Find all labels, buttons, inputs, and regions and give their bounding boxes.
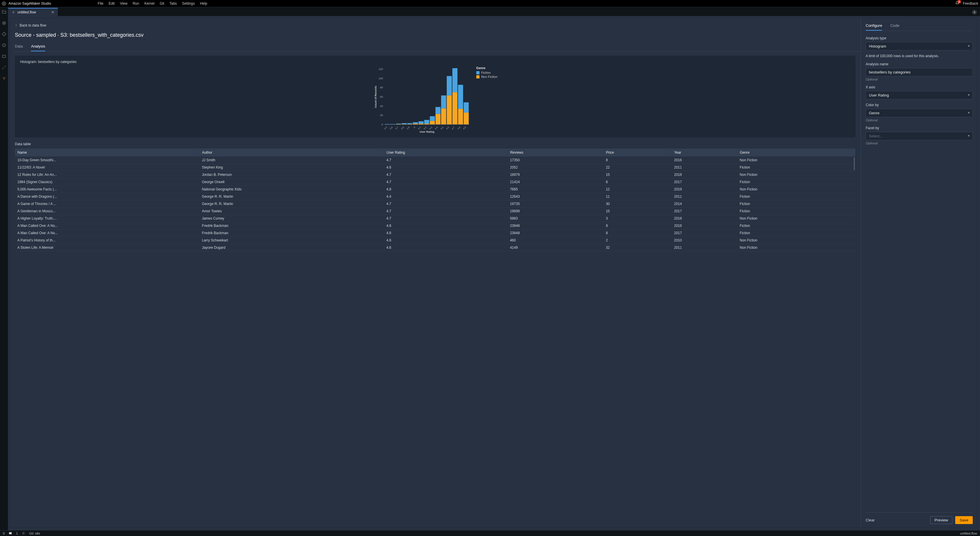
svg-rect-51: [441, 95, 446, 108]
jumpstart-icon[interactable]: [2, 65, 6, 70]
table-row[interactable]: 12 Rules for Life: An An...Jordan B. Pet…: [15, 171, 856, 178]
svg-text:3.8: 3.8: [401, 126, 405, 130]
svg-text:4.9: 4.9: [462, 126, 467, 130]
svg-rect-62: [463, 113, 468, 124]
color-by-label: Color by: [865, 103, 973, 107]
menu-git[interactable]: Git: [160, 2, 164, 6]
menu-help[interactable]: Help: [200, 2, 207, 6]
color-by-hint: Optional: [865, 118, 973, 122]
data-table-label: Data table: [15, 142, 861, 146]
back-link[interactable]: Back to data flow: [15, 23, 861, 27]
svg-rect-68: [9, 532, 12, 534]
column-header[interactable]: Genre: [737, 149, 855, 157]
svg-point-69: [23, 533, 24, 534]
column-header[interactable]: User Rating: [384, 149, 508, 157]
status-filename: untitled.flow: [960, 532, 977, 535]
settings-status-icon[interactable]: [22, 532, 25, 535]
column-header[interactable]: Year: [672, 149, 737, 157]
feedback-link[interactable]: Feedback: [963, 2, 978, 6]
tabs-icon[interactable]: [2, 54, 6, 59]
table-scrollbar[interactable]: [854, 157, 855, 170]
svg-rect-33: [407, 123, 412, 124]
file-tab-name: untitled.flow: [18, 10, 36, 14]
svg-text:3.6: 3.6: [389, 126, 393, 130]
facet-by-select[interactable]: Select...: [865, 132, 973, 140]
svg-rect-48: [436, 107, 441, 114]
notifications-button[interactable]: 4: [955, 1, 959, 6]
table-row[interactable]: A Stolen Life: A MemoirJaycee Dugard4.64…: [15, 244, 856, 251]
svg-rect-30: [402, 123, 407, 124]
svg-text:4.8: 4.8: [457, 126, 461, 130]
menu-kernel[interactable]: Kernel: [145, 2, 154, 6]
tab-data[interactable]: Data: [15, 44, 23, 51]
menu-edit[interactable]: Edit: [108, 2, 115, 6]
svg-rect-6: [2, 55, 6, 57]
table-row[interactable]: A Man Called Ove: A No...Fredrik Backman…: [15, 229, 856, 237]
svg-point-12: [974, 12, 975, 13]
svg-point-10: [5, 77, 5, 78]
table-row[interactable]: A Higher Loyalty: Truth,...James Comey4.…: [15, 215, 856, 222]
legend-item: Fiction: [476, 71, 498, 74]
terminal-icon[interactable]: [9, 532, 12, 535]
table-row[interactable]: A Patriot's History of th...Larry Schwei…: [15, 237, 856, 244]
svg-text:120: 120: [379, 68, 383, 71]
data-table: NameAuthorUser RatingReviewsPriceYearGen…: [15, 148, 856, 251]
status-terminal-count: 1: [16, 532, 18, 535]
column-header[interactable]: Author: [199, 149, 384, 157]
menu-run[interactable]: Run: [133, 2, 139, 6]
svg-rect-59: [458, 109, 463, 124]
limit-info: A limit of 100,000 rows is used for this…: [865, 54, 973, 58]
chevron-left-icon: [15, 24, 18, 27]
flow-file-icon: [12, 11, 15, 14]
components-icon[interactable]: [2, 76, 6, 81]
svg-point-9: [3, 77, 4, 78]
side-nav: [0, 7, 8, 530]
table-row[interactable]: A Dance with Dragons (...George R. R. Ma…: [15, 193, 856, 200]
analysis-name-input[interactable]: [865, 68, 973, 76]
table-row[interactable]: 10-Day Green Smoothi...JJ Smith4.7173508…: [15, 157, 856, 164]
running-icon[interactable]: [2, 21, 6, 25]
commands-icon[interactable]: [2, 43, 6, 48]
analysis-type-select[interactable]: Histogram: [865, 42, 973, 51]
gear-icon[interactable]: [972, 10, 977, 15]
menu-tabs[interactable]: Tabs: [169, 2, 177, 6]
menu-file[interactable]: File: [98, 2, 103, 6]
menu-view[interactable]: View: [120, 2, 127, 6]
table-row[interactable]: A Game of Thrones / A ...George R. R. Ma…: [15, 200, 856, 208]
svg-text:4: 4: [413, 126, 416, 129]
svg-text:4.5: 4.5: [440, 126, 444, 130]
preview-button[interactable]: Preview: [930, 516, 952, 524]
svg-text:3.9: 3.9: [406, 126, 410, 130]
svg-rect-57: [452, 68, 457, 92]
svg-rect-53: [447, 95, 452, 124]
page-title: Source - sampled · S3: bestsellers_with_…: [15, 32, 861, 38]
svg-rect-63: [463, 102, 468, 113]
clear-button[interactable]: Clear: [865, 518, 875, 522]
menu-settings[interactable]: Settings: [182, 2, 194, 6]
svg-text:0: 0: [382, 123, 383, 126]
column-header[interactable]: Price: [603, 149, 672, 157]
tab-analysis[interactable]: Analysis: [31, 44, 45, 51]
close-tab-button[interactable]: ✕: [51, 10, 54, 14]
tab-code[interactable]: Code: [890, 23, 899, 30]
color-by-select[interactable]: Genre: [865, 109, 973, 117]
table-row[interactable]: 5,000 Awesome Facts (...National Geograp…: [15, 186, 856, 193]
table-row[interactable]: 1984 (Signet Classics)George Orwell4.721…: [15, 178, 856, 186]
column-header[interactable]: Name: [15, 149, 200, 157]
histogram-chart: 0204060801001203.33.63.73.83.944.14.24.3…: [373, 66, 472, 133]
table-row[interactable]: 11/22/63: A NovelStephen King4.620522220…: [15, 164, 856, 171]
file-tab[interactable]: untitled.flow ✕: [8, 8, 58, 16]
table-row[interactable]: A Man Called Ove: A No...Fredrik Backman…: [15, 222, 856, 229]
tab-configure[interactable]: Configure: [865, 23, 882, 30]
folder-icon[interactable]: [2, 10, 6, 14]
table-row[interactable]: A Gentleman in Mosco...Amor Towles4.7196…: [15, 208, 856, 215]
status-bar: 0 1 Git: idle untitled.flow: [0, 530, 980, 536]
sagemaker-logo-icon: [2, 2, 6, 6]
column-header[interactable]: Reviews: [508, 149, 603, 157]
git-icon[interactable]: [2, 32, 6, 37]
app-title: Amazon SageMaker Studio: [8, 2, 51, 6]
svg-rect-56: [452, 92, 457, 124]
x-axis-select[interactable]: User Rating: [865, 91, 973, 99]
save-button[interactable]: Save: [955, 516, 973, 524]
top-menu-bar: Amazon SageMaker Studio FileEditViewRunK…: [0, 0, 980, 7]
